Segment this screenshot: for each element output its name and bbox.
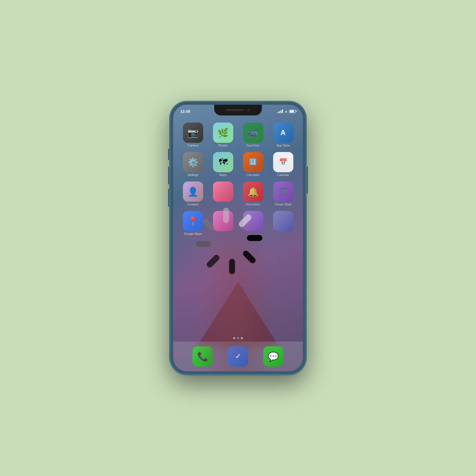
time-display: 12:49 [180, 109, 190, 114]
volume-up-button[interactable] [168, 167, 170, 184]
front-camera [247, 109, 250, 112]
spinner-segment-5 [201, 217, 217, 233]
spinner-segment-7 [237, 213, 253, 228]
spinner-segment-6 [223, 208, 229, 223]
spinner-segment-1 [242, 249, 257, 264]
spinner-segment-2 [229, 259, 235, 274]
spinner-segment-3 [206, 253, 221, 269]
loading-spinner [205, 205, 271, 271]
volume-down-button[interactable] [168, 189, 170, 207]
silent-button[interactable] [168, 149, 170, 160]
power-button[interactable] [306, 167, 308, 193]
speaker [226, 109, 244, 111]
wifi-icon: ▲ [284, 109, 288, 113]
signal-icon [278, 109, 283, 113]
phone-screen: 12:49 ▲ 📷 Camera [173, 105, 303, 371]
spinner-segment-4 [196, 241, 211, 247]
spinner-segment-0 [247, 235, 262, 241]
status-icons: ▲ [278, 109, 296, 113]
battery-icon [289, 110, 296, 113]
phone-container: 12:49 ▲ 📷 Camera [170, 101, 306, 375]
spinner-overlay [173, 105, 303, 371]
notch [214, 105, 262, 115]
